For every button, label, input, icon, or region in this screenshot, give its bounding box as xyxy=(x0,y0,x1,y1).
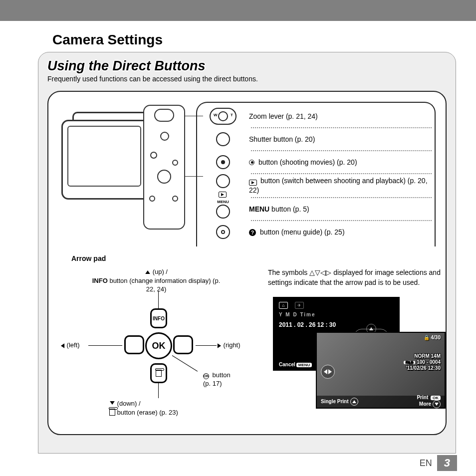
nav-arrows xyxy=(321,365,335,379)
print-label: Print xyxy=(417,395,430,400)
menu-icon xyxy=(149,196,155,202)
photo-info: NORM 14M FILE 100 - 0004 '11/02/26 12:30 xyxy=(391,353,441,371)
movie-icon xyxy=(150,152,157,159)
playback-icon xyxy=(249,180,257,186)
dpad-left xyxy=(124,335,144,354)
movie-button-icon xyxy=(197,155,249,169)
trash-icon xyxy=(156,370,162,377)
world-tab-icon: ✈ xyxy=(295,302,304,309)
guide-button-icon xyxy=(197,225,249,239)
arrow-pad-section: Arrow pad (up) / INFO button (change inf… xyxy=(58,254,436,424)
trash-icon xyxy=(109,409,115,416)
content-panel: W T Zoom lever (p. 21, 24) Shutter butto… xyxy=(47,91,447,435)
dpad-graphic: INFO OK xyxy=(121,308,196,383)
arrow-pad-diagram: (up) / INFO button (change information d… xyxy=(58,267,258,417)
camera-illustration xyxy=(58,102,187,227)
page-number: 3 xyxy=(437,455,457,471)
legend-movie-label: button (shooting movies) (p. 20) xyxy=(249,156,435,169)
page-title: Camera Settings xyxy=(0,21,476,52)
more-label: More xyxy=(419,401,431,407)
menu-button-icon: MENU xyxy=(197,200,249,219)
language-label: EN xyxy=(420,458,432,469)
legend-movie: button (shooting movies) (p. 20) xyxy=(197,151,435,173)
legend-playback-label: button (switch between shooting and play… xyxy=(249,174,435,197)
camera-lcd xyxy=(67,126,141,187)
arrow-right-label: (right) xyxy=(217,341,240,349)
up-icon xyxy=(350,398,358,406)
connector xyxy=(196,345,217,346)
connector xyxy=(158,383,159,398)
arrow-pad-explanation: The symbols △▽◁▷ displayed for image sel… xyxy=(268,267,448,412)
play-icon xyxy=(172,160,178,166)
arrow-down-label: (down) / button (erase) (p. 23) xyxy=(109,399,178,418)
down-icon xyxy=(433,400,441,408)
zoom-lever-icon: W T xyxy=(197,108,249,125)
lcd-previews: ⌂ ✈ Y M D Time 2011 . 02 . 26 12 : 30 Y … xyxy=(268,297,448,412)
connector xyxy=(158,291,159,308)
triangle-down-icon xyxy=(110,401,115,405)
button-legend: W T Zoom lever (p. 21, 24) Shutter butto… xyxy=(196,102,436,246)
guide-icon xyxy=(172,196,178,202)
button-legend-row: W T Zoom lever (p. 21, 24) Shutter butto… xyxy=(58,102,436,251)
dpad-down xyxy=(150,363,167,383)
lcd-playback-screen: 🔒 4/30 NORM 14M FILE 100 - 0004 '11/02/2… xyxy=(316,332,446,409)
legend-menu-label: MENU button (p. 5) xyxy=(249,203,435,216)
section-subtitle: Frequently used functions can be accesse… xyxy=(38,74,456,86)
section-box: Using the Direct Buttons Frequently used… xyxy=(38,52,456,454)
legend-menu: MENU MENU button (p. 5) xyxy=(197,198,435,220)
legend-zoom-label: Zoom lever (p. 21, 24) xyxy=(249,110,435,123)
ymd-header: Y M D Time xyxy=(274,310,399,319)
dpad-right xyxy=(173,335,193,354)
page-footer: EN 3 xyxy=(420,455,457,471)
arrow-pad-explain-text: The symbols △▽◁▷ displayed for image sel… xyxy=(268,267,448,288)
legend-shutter: Shutter button (p. 20) xyxy=(197,128,435,150)
triangle-right-icon xyxy=(218,343,221,348)
dpad-icon xyxy=(157,170,171,184)
arrow-up-label: (up) / INFO button (change information d… xyxy=(91,267,221,294)
shutter-icon xyxy=(160,132,169,141)
legend-shutter-label: Shutter button (p. 20) xyxy=(249,133,435,146)
ok-button-label: OK button(p. 17) xyxy=(203,371,231,388)
dpad-ok: OK xyxy=(145,332,172,359)
single-print-label: Single Print xyxy=(321,399,349,404)
section-title: Using the Direct Buttons xyxy=(38,52,456,74)
shutter-icon xyxy=(197,132,249,146)
playback-button-icon xyxy=(197,174,249,197)
legend-zoom: W T Zoom lever (p. 21, 24) xyxy=(197,105,435,127)
lcd2-footer: Single Print Print OK More xyxy=(317,396,445,408)
home-tab-icon: ⌂ xyxy=(279,302,288,309)
counter: 🔒 4/30 xyxy=(424,335,441,340)
connector xyxy=(88,345,122,346)
zoom-lever-icon xyxy=(154,109,174,122)
triangle-up-icon xyxy=(145,270,150,274)
arrow-pad-title: Arrow pad xyxy=(71,254,436,262)
question-icon: ? xyxy=(249,229,256,236)
legend-playback: button (switch between shooting and play… xyxy=(197,174,435,197)
legend-guide: ? button (menu guide) (p. 25) xyxy=(197,221,435,243)
legend-guide-label: ? button (menu guide) (p. 25) xyxy=(249,226,435,239)
camera-controls-panel xyxy=(143,105,185,230)
menu-pill: MENU xyxy=(296,363,312,367)
ok-icon: OK xyxy=(203,373,209,379)
cancel-label: Cancel xyxy=(279,362,295,367)
ok-pill: OK xyxy=(431,396,441,400)
arrow-left-label: (left) xyxy=(60,341,80,349)
triangle-left-icon xyxy=(61,343,64,348)
record-icon xyxy=(249,160,254,165)
dpad-up: INFO xyxy=(150,308,167,328)
header-bar xyxy=(0,0,476,21)
